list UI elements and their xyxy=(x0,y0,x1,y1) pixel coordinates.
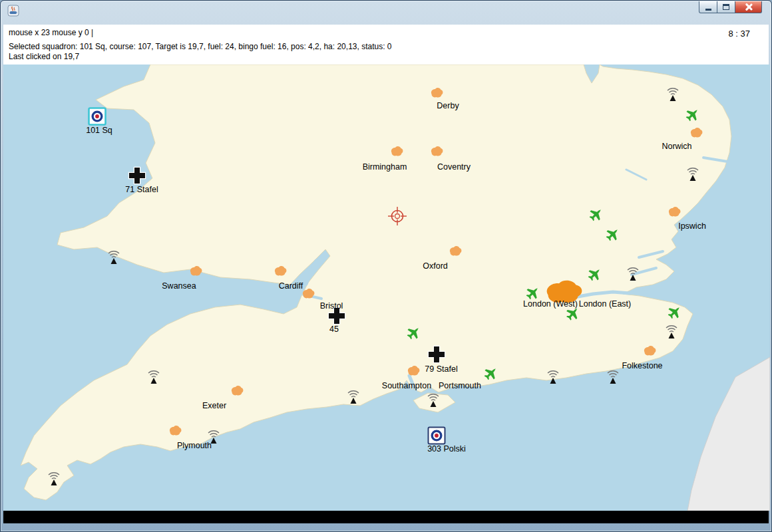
city-label-london-east: London (East) xyxy=(579,299,632,309)
close-button[interactable] xyxy=(735,1,762,13)
squadron-label-101-sq: 101 Sq xyxy=(86,126,112,135)
city-label-norwich: Norwich xyxy=(662,142,691,151)
maximize-button[interactable] xyxy=(717,1,735,13)
city-label-exeter: Exeter xyxy=(202,401,226,410)
game-clock: 8 : 37 xyxy=(728,29,750,39)
squadron-303-polski[interactable] xyxy=(429,428,445,444)
status-last-clicked: Last clicked on 19,7 xyxy=(9,52,763,62)
client-area: mouse x 23 mouse y 0 | 8 : 37 Selected s… xyxy=(3,25,769,523)
city-label-derby: Derby xyxy=(437,101,459,110)
app-window: mouse x 23 mouse y 0 | 8 : 37 Selected s… xyxy=(0,0,772,532)
city-label-ipswich: Ipswich xyxy=(678,221,706,231)
german-unit-label-45: 45 xyxy=(329,325,339,334)
german-unit-label-71-stafel: 71 Stafel xyxy=(125,185,158,194)
close-icon xyxy=(744,3,753,11)
city-label-coventry: Coventry xyxy=(437,162,471,172)
map-area[interactable]: DerbyBirminghamCoventryNorwichIpswichOxf… xyxy=(3,65,769,511)
squadron-101-sq[interactable] xyxy=(89,108,106,125)
minimize-button[interactable] xyxy=(699,1,717,13)
caption-buttons xyxy=(699,1,762,13)
city-label-cardiff: Cardiff xyxy=(279,281,303,291)
german-unit-label-79-stafel: 79 Stafel xyxy=(425,364,457,374)
bottom-bar xyxy=(3,511,769,523)
status-bar: mouse x 23 mouse y 0 | 8 : 37 Selected s… xyxy=(3,25,769,65)
city-label-oxford: Oxford xyxy=(423,261,448,271)
map-canvas[interactable]: DerbyBirminghamCoventryNorwichIpswichOxf… xyxy=(3,65,770,511)
city-label-bristol: Bristol xyxy=(320,301,343,311)
java-app-icon xyxy=(7,5,19,17)
city-label-southampton: Southampton xyxy=(382,381,431,390)
maximize-icon xyxy=(723,4,729,10)
city-label-portsmouth: Portsmouth xyxy=(439,381,481,390)
squadron-label-303-polski: 303 Polski xyxy=(427,444,466,454)
city-label-swansea: Swansea xyxy=(162,281,196,291)
city-label-folkestone: Folkestone xyxy=(622,361,662,370)
minimize-icon xyxy=(705,9,711,11)
city-label-birmingham: Birmingham xyxy=(363,162,407,172)
title-bar[interactable] xyxy=(1,1,771,25)
city-label-plymouth: Plymouth xyxy=(177,441,212,450)
status-mouse-position: mouse x 23 mouse y 0 | xyxy=(9,28,763,38)
city-label-london-west: London (West) xyxy=(523,299,578,309)
status-selected-squadron: Selected squadron: 101 Sq, course: 107, … xyxy=(9,42,763,52)
